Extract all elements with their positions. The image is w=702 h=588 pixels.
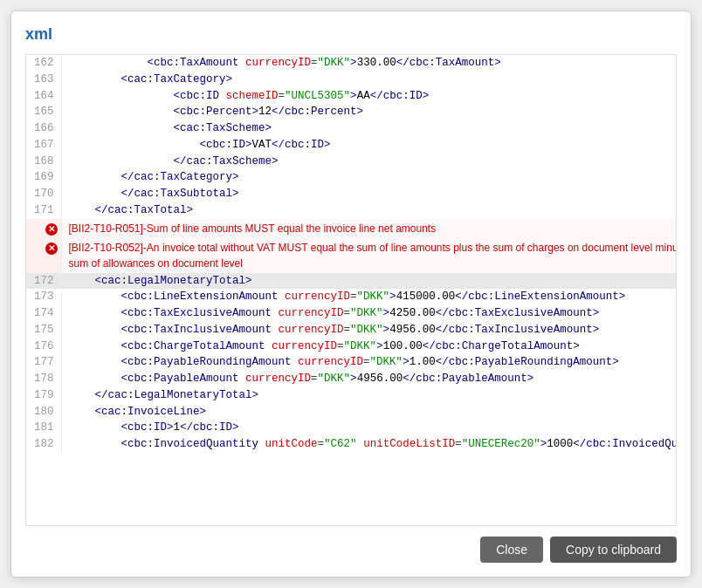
dialog-title: xml bbox=[25, 25, 677, 44]
line-content: <cbc:TaxExclusiveAmount currencyID="DKK"… bbox=[61, 305, 677, 322]
code-line: 170 </cac:TaxSubtotal> bbox=[26, 186, 677, 202]
code-line: 178 <cbc:PayableAmount currencyID="DKK">… bbox=[26, 371, 677, 387]
code-line: 174 <cbc:TaxExclusiveAmount currencyID="… bbox=[26, 305, 677, 322]
line-number: 170 bbox=[26, 186, 61, 202]
line-content: <cbc:ID>1</cbc:ID> bbox=[61, 420, 677, 436]
error-message: [BII2-T10-R052]-An invoice total without… bbox=[61, 238, 677, 273]
line-content: </cac:TaxCategory> bbox=[61, 169, 677, 186]
code-line: 162 <cbc:TaxAmount currencyID="DKK">330.… bbox=[26, 55, 677, 72]
code-line: 166 <cac:TaxScheme> bbox=[26, 120, 677, 137]
code-line: 165 <cbc:Percent>12</cbc:Percent> bbox=[26, 104, 677, 120]
line-content: <cbc:TaxAmount currencyID="DKK">330.00</… bbox=[61, 55, 677, 72]
code-line: 175 <cbc:TaxInclusiveAmount currencyID="… bbox=[26, 322, 677, 338]
line-content: </cac:TaxSubtotal> bbox=[61, 186, 677, 202]
line-number: 172 bbox=[26, 273, 61, 290]
line-number: 176 bbox=[26, 338, 61, 355]
line-number: 178 bbox=[26, 371, 61, 387]
code-line: 172 <cac:LegalMonetaryTotal> bbox=[26, 273, 677, 290]
code-line: 180 <cac:InvoiceLine> bbox=[26, 404, 677, 420]
code-line: 179 </cac:LegalMonetaryTotal> bbox=[26, 387, 677, 404]
line-number: 181 bbox=[26, 420, 61, 436]
line-content: <cbc:InvoicedQuantity unitCode="C62" uni… bbox=[61, 436, 677, 453]
line-content: <cbc:TaxInclusiveAmount currencyID="DKK"… bbox=[61, 322, 677, 338]
error-row: ✕[BII2-T10-R051]-Sum of line amounts MUS… bbox=[26, 219, 677, 238]
line-number: 166 bbox=[26, 120, 61, 137]
line-number: 177 bbox=[26, 354, 61, 371]
code-table: 162 <cbc:TaxAmount currencyID="DKK">330.… bbox=[26, 55, 677, 453]
code-line: 171 </cac:TaxTotal> bbox=[26, 202, 677, 219]
line-number: 162 bbox=[26, 55, 61, 72]
error-row: ✕[BII2-T10-R052]-An invoice total withou… bbox=[26, 238, 677, 273]
code-container[interactable]: 162 <cbc:TaxAmount currencyID="DKK">330.… bbox=[25, 54, 677, 526]
code-line: 164 <cbc:ID schemeID="UNCL5305">AA</cbc:… bbox=[26, 88, 677, 105]
line-number: 167 bbox=[26, 137, 61, 154]
line-number: 165 bbox=[26, 104, 61, 120]
dialog-footer: Close Copy to clipboard bbox=[25, 526, 677, 563]
line-content: <cac:LegalMonetaryTotal> bbox=[61, 273, 677, 290]
line-content: </cac:TaxScheme> bbox=[61, 154, 677, 170]
xml-dialog: xml 162 <cbc:TaxAmount currencyID="DKK">… bbox=[10, 10, 692, 578]
code-line: 173 <cbc:LineExtensionAmount currencyID=… bbox=[26, 289, 677, 305]
line-number: 168 bbox=[26, 154, 61, 170]
code-line: 176 <cbc:ChargeTotalAmount currencyID="D… bbox=[26, 338, 677, 355]
code-line: 168 </cac:TaxScheme> bbox=[26, 154, 677, 170]
line-content: <cac:InvoiceLine> bbox=[61, 404, 677, 420]
line-number: 169 bbox=[26, 169, 61, 186]
line-number: 164 bbox=[26, 88, 61, 105]
line-number: 171 bbox=[26, 202, 61, 219]
line-number: 179 bbox=[26, 387, 61, 404]
line-content: </cac:TaxTotal> bbox=[61, 202, 677, 219]
code-line: 177 <cbc:PayableRoundingAmount currencyI… bbox=[26, 354, 677, 371]
line-content: </cac:LegalMonetaryTotal> bbox=[61, 387, 677, 404]
copy-to-clipboard-button[interactable]: Copy to clipboard bbox=[550, 537, 677, 563]
line-number: 180 bbox=[26, 404, 61, 420]
line-number: ✕ bbox=[26, 219, 61, 238]
code-line: 169 </cac:TaxCategory> bbox=[26, 169, 677, 186]
line-number: 175 bbox=[26, 322, 61, 338]
error-message: [BII2-T10-R051]-Sum of line amounts MUST… bbox=[61, 219, 677, 238]
code-line: 163 <cac:TaxCategory> bbox=[26, 72, 677, 88]
close-button[interactable]: Close bbox=[480, 537, 543, 563]
line-content: <cbc:ID>VAT</cbc:ID> bbox=[61, 137, 677, 154]
code-line: 182 <cbc:InvoicedQuantity unitCode="C62"… bbox=[26, 436, 677, 453]
line-content: <cbc:Percent>12</cbc:Percent> bbox=[61, 104, 677, 120]
line-content: <cbc:ID schemeID="UNCL5305">AA</cbc:ID> bbox=[61, 88, 677, 105]
line-number: ✕ bbox=[26, 238, 61, 273]
line-content: <cbc:PayableRoundingAmount currencyID="D… bbox=[61, 354, 677, 371]
line-number: 163 bbox=[26, 72, 61, 88]
line-content: <cbc:LineExtensionAmount currencyID="DKK… bbox=[61, 289, 677, 305]
line-content: <cbc:ChargeTotalAmount currencyID="DKK">… bbox=[61, 338, 677, 355]
line-number: 174 bbox=[26, 305, 61, 322]
line-content: <cac:TaxCategory> bbox=[61, 72, 677, 88]
line-content: <cbc:PayableAmount currencyID="DKK">4956… bbox=[61, 371, 677, 387]
line-content: <cac:TaxScheme> bbox=[61, 120, 677, 137]
code-line: 167 <cbc:ID>VAT</cbc:ID> bbox=[26, 137, 677, 154]
line-number: 173 bbox=[26, 289, 61, 305]
line-number: 182 bbox=[26, 436, 61, 453]
code-line: 181 <cbc:ID>1</cbc:ID> bbox=[26, 420, 677, 436]
